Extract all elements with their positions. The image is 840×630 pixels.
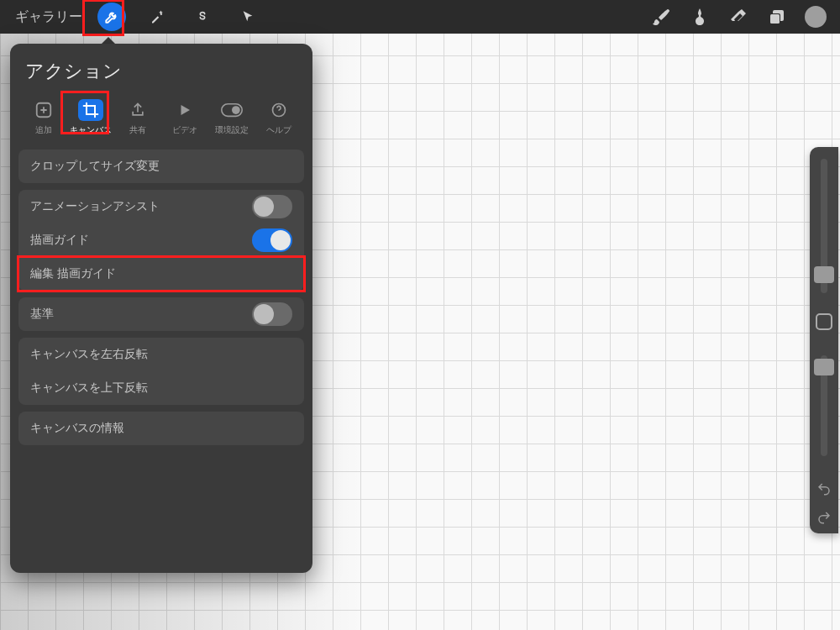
redo-icon[interactable] [815, 510, 833, 525]
row-canvas-info[interactable]: キャンバスの情報 [18, 412, 304, 445]
row-drawing-guide[interactable]: 描画ガイド [18, 223, 304, 257]
row-flip-h-label: キャンバスを左右反転 [30, 347, 148, 362]
row-canvas-info-label: キャンバスの情報 [30, 421, 124, 436]
layers-icon [767, 7, 787, 27]
eraser-icon [728, 7, 748, 27]
row-reference[interactable]: 基準 [18, 297, 304, 331]
toggle-anim-assist[interactable] [252, 195, 292, 218]
undo-icon[interactable] [815, 481, 833, 496]
cursor-arrow-icon [241, 10, 255, 24]
tab-help[interactable]: ヘルプ [255, 96, 302, 139]
brush-size-thumb[interactable] [814, 266, 834, 283]
tab-prefs-label: 環境設定 [215, 124, 249, 136]
tab-help-label: ヘルプ [266, 124, 291, 136]
tab-video-label: ビデオ [172, 124, 197, 136]
toggle-icon [221, 102, 243, 118]
svg-rect-2 [770, 14, 780, 24]
wrench-icon [104, 9, 119, 24]
wand-icon [150, 9, 165, 24]
toggle-reference[interactable] [252, 302, 292, 326]
row-drawing-guide-label: 描画ガイド [30, 233, 89, 248]
toggle-drawing-guide[interactable] [252, 228, 292, 252]
tab-canvas-label: キャンバス [70, 124, 112, 136]
color-picker-button[interactable] [805, 6, 827, 28]
tab-video[interactable]: ビデオ [161, 96, 208, 139]
plus-square-icon [34, 101, 53, 119]
eraser-tool-button[interactable] [727, 6, 749, 28]
row-anim-assist-label: アニメーションアシスト [30, 199, 160, 214]
top-toolbar: ギャラリー [0, 0, 840, 34]
panel-tabs: 追加 キャンバス 共有 ビデオ 環境設定 ヘルプ [10, 92, 312, 146]
tab-prefs[interactable]: 環境設定 [208, 96, 255, 139]
help-icon [270, 102, 287, 118]
tab-add[interactable]: 追加 [20, 96, 67, 139]
selection-button[interactable] [188, 3, 217, 31]
modifier-button[interactable] [816, 313, 832, 330]
row-anim-assist[interactable]: アニメーションアシスト [18, 190, 304, 223]
brush-icon [651, 7, 671, 27]
panel-title: アクション [10, 44, 312, 92]
row-reference-label: 基準 [30, 307, 54, 322]
svg-point-5 [232, 106, 240, 114]
row-edit-guide[interactable]: 編集 描画ガイド [18, 257, 304, 291]
brush-tool-button[interactable] [650, 6, 672, 28]
transform-button[interactable] [234, 3, 262, 31]
row-edit-guide-label: 編集 描画ガイド [30, 266, 116, 281]
smudge-icon [690, 7, 710, 27]
brush-opacity-slider[interactable] [821, 355, 827, 456]
row-flip-v[interactable]: キャンバスを上下反転 [18, 371, 304, 405]
right-sidebar [810, 147, 838, 533]
row-flip-h[interactable]: キャンバスを左右反転 [18, 338, 304, 371]
actions-wrench-button[interactable] [97, 3, 126, 31]
play-icon [177, 102, 192, 118]
tab-add-label: 追加 [35, 124, 52, 136]
share-icon [129, 102, 146, 118]
actions-panel: アクション 追加 キャンバス 共有 ビデオ 環境設定 ヘルプ クロ [10, 44, 312, 573]
brush-opacity-thumb[interactable] [814, 359, 834, 375]
selection-s-icon [196, 10, 209, 24]
row-crop-label: クロップしてサイズ変更 [30, 159, 160, 174]
tab-share-label: 共有 [129, 124, 146, 136]
gallery-button[interactable]: ギャラリー [8, 8, 89, 26]
tab-canvas[interactable]: キャンバス [67, 96, 114, 139]
row-crop-resize[interactable]: クロップしてサイズ変更 [18, 150, 304, 183]
smudge-tool-button[interactable] [689, 6, 711, 28]
crop-icon [82, 102, 99, 118]
layers-button[interactable] [766, 6, 788, 28]
brush-size-slider[interactable] [821, 159, 827, 293]
row-flip-v-label: キャンバスを上下反転 [30, 381, 148, 396]
tab-share[interactable]: 共有 [114, 96, 161, 139]
adjustments-button[interactable] [143, 3, 171, 31]
